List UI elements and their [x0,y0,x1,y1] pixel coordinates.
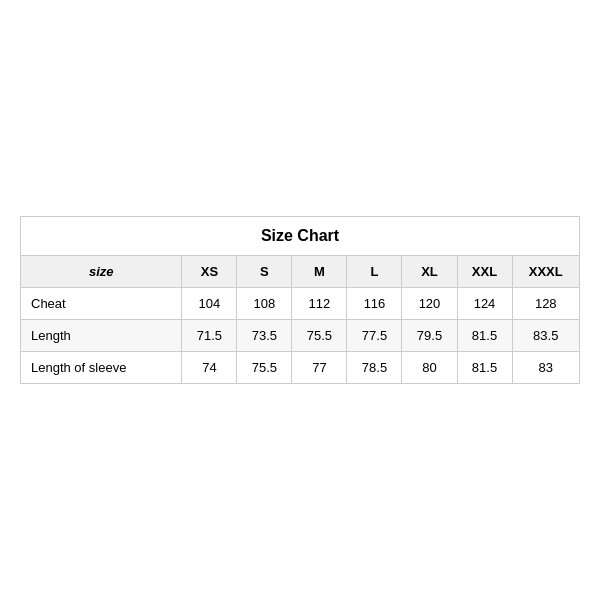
cell-value: 75.5 [237,352,292,384]
row-label: Length [21,320,182,352]
cell-value: 73.5 [237,320,292,352]
col-header-xxl: XXL [457,256,512,288]
row-label: Length of sleeve [21,352,182,384]
cell-value: 75.5 [292,320,347,352]
col-header-size: size [21,256,182,288]
row-label: Cheat [21,288,182,320]
cell-value: 71.5 [182,320,237,352]
cell-value: 112 [292,288,347,320]
cell-value: 80 [402,352,457,384]
col-header-m: M [292,256,347,288]
size-chart-table: Size Chart size XS S M L XL XXL XXXL Che… [20,216,580,384]
cell-value: 79.5 [402,320,457,352]
col-header-xs: XS [182,256,237,288]
header-row: size XS S M L XL XXL XXXL [21,256,580,288]
table-row: Cheat104108112116120124128 [21,288,580,320]
cell-value: 124 [457,288,512,320]
cell-value: 120 [402,288,457,320]
col-header-s: S [237,256,292,288]
table-row: Length of sleeve7475.57778.58081.583 [21,352,580,384]
cell-value: 74 [182,352,237,384]
cell-value: 81.5 [457,320,512,352]
col-header-xxxl: XXXL [512,256,579,288]
table-row: Length71.573.575.577.579.581.583.5 [21,320,580,352]
size-chart-container: Size Chart size XS S M L XL XXL XXXL Che… [20,216,580,384]
cell-value: 128 [512,288,579,320]
cell-value: 108 [237,288,292,320]
title-row: Size Chart [21,217,580,256]
cell-value: 104 [182,288,237,320]
cell-value: 83 [512,352,579,384]
col-header-xl: XL [402,256,457,288]
table-title: Size Chart [21,217,580,256]
cell-value: 77.5 [347,320,402,352]
cell-value: 116 [347,288,402,320]
col-header-l: L [347,256,402,288]
cell-value: 77 [292,352,347,384]
cell-value: 83.5 [512,320,579,352]
cell-value: 81.5 [457,352,512,384]
table-body: Cheat104108112116120124128Length71.573.5… [21,288,580,384]
cell-value: 78.5 [347,352,402,384]
